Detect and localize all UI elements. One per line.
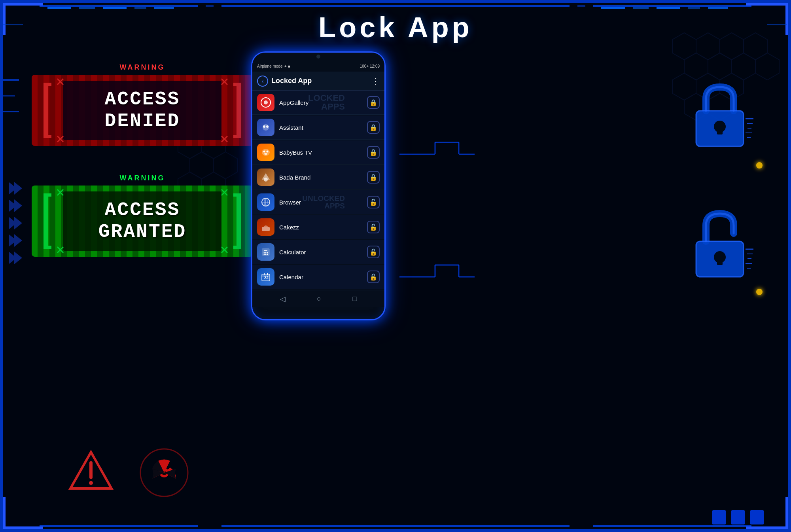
warning-label-granted: WARNING <box>32 174 253 182</box>
svg-rect-28 <box>134 7 146 9</box>
svg-marker-38 <box>744 33 767 60</box>
svg-marker-54 <box>14 182 22 195</box>
lock-button[interactable]: 🔓 <box>367 196 380 208</box>
phone-app-header: ‹ Locked App ⋮ <box>252 72 384 91</box>
access-denied-section: WARNING <box>32 63 253 146</box>
list-item[interactable]: Browser UNLOCKEDAPPS 🔓 <box>252 190 384 214</box>
svg-rect-9 <box>40 525 198 527</box>
svg-rect-20 <box>767 24 787 25</box>
phone-status-bar: Airplane mode ✈ ■ 100+ 12:09 <box>252 61 384 72</box>
svg-rect-105 <box>233 193 237 197</box>
svg-point-117 <box>89 481 93 485</box>
svg-marker-62 <box>14 252 22 264</box>
locked-padlock-icon <box>684 79 755 150</box>
page-title: Lock App <box>318 11 472 44</box>
svg-rect-25 <box>47 7 71 9</box>
svg-rect-75 <box>731 510 745 524</box>
app-list: AppGallery LOCKEDAPPS 🔒 Assistant 🔒 Baby… <box>252 91 384 290</box>
svg-point-127 <box>263 151 265 153</box>
svg-rect-1 <box>0 529 791 532</box>
svg-rect-22 <box>3 497 6 529</box>
svg-rect-13 <box>3 95 15 97</box>
svg-rect-32 <box>657 7 680 9</box>
svg-point-131 <box>264 178 268 182</box>
access-denied-line2: DENIED <box>105 110 180 132</box>
svg-rect-2 <box>0 0 3 532</box>
app-name: Cakezz <box>279 224 367 231</box>
app-icon-assistant <box>257 119 274 136</box>
svg-rect-15 <box>3 3 43 6</box>
list-item[interactable]: AppGallery LOCKEDAPPS 🔒 <box>252 91 384 115</box>
svg-rect-3 <box>788 0 791 532</box>
lock-button[interactable]: 🔓 <box>367 246 380 258</box>
lock-button[interactable]: 🔒 <box>367 171 380 184</box>
lock-button[interactable]: 🔒 <box>367 146 380 159</box>
svg-rect-87 <box>233 83 237 86</box>
phone-nav-bar: ◁ ○ □ <box>252 290 384 307</box>
svg-rect-74 <box>712 510 726 524</box>
svg-point-141 <box>267 252 268 254</box>
app-name: Calculator <box>279 249 367 256</box>
svg-point-144 <box>267 254 268 255</box>
svg-marker-39 <box>684 53 708 80</box>
list-item[interactable]: Cakezz 🔓 <box>252 215 384 239</box>
svg-rect-102 <box>48 193 51 197</box>
access-denied-box: ACCESS DENIED <box>32 75 253 146</box>
svg-point-129 <box>264 153 267 155</box>
unlocked-watermark: UNLOCKEDAPPS <box>302 195 345 210</box>
svg-marker-55 <box>9 182 17 195</box>
svg-rect-33 <box>688 7 700 9</box>
svg-rect-21 <box>3 526 43 529</box>
list-item[interactable]: Bada Brand 🔒 <box>252 165 384 189</box>
radiation-icon <box>138 447 190 498</box>
list-item[interactable]: Calculator 🔓 <box>252 240 384 264</box>
svg-rect-26 <box>79 7 95 9</box>
warning-label-denied: WARNING <box>32 63 253 72</box>
access-granted-line1: ACCESS <box>98 199 187 221</box>
app-name: Assistant <box>279 124 367 131</box>
more-options-button[interactable]: ⋮ <box>372 76 380 86</box>
lock-button[interactable]: 🔓 <box>367 221 380 233</box>
svg-rect-86 <box>237 83 241 138</box>
app-icon-calculator <box>257 243 274 261</box>
back-button[interactable]: ‹ <box>257 76 268 87</box>
svg-rect-104 <box>237 193 241 249</box>
indicator-dot-1 <box>756 162 763 168</box>
phone-frame: Airplane mode ✈ ■ 100+ 12:09 ‹ Locked Ap… <box>251 51 386 320</box>
back-nav-button[interactable]: ◁ <box>280 295 286 303</box>
app-name: Bada Brand <box>279 174 367 181</box>
svg-rect-14 <box>3 111 19 112</box>
svg-point-128 <box>267 151 269 153</box>
svg-marker-56 <box>14 199 22 212</box>
svg-rect-11 <box>593 525 751 527</box>
svg-marker-40 <box>708 53 732 80</box>
svg-marker-41 <box>732 53 755 80</box>
list-item[interactable]: Assistant 🔒 <box>252 115 384 140</box>
access-granted-line2: GRANTED <box>98 221 187 243</box>
list-item[interactable]: BabyBus TV 🔒 <box>252 140 384 165</box>
svg-marker-59 <box>9 217 17 229</box>
svg-rect-161 <box>717 257 723 265</box>
status-bar-right: 100+ 12:09 <box>360 64 380 68</box>
lock-button[interactable]: 🔒 <box>367 121 380 134</box>
svg-marker-57 <box>9 199 17 212</box>
phone-top-area <box>252 53 384 61</box>
app-name: BabyBus TV <box>279 149 367 156</box>
svg-rect-12 <box>3 79 19 81</box>
svg-marker-36 <box>696 33 720 60</box>
list-item[interactable]: 31 Calendar 🔓 <box>252 265 384 289</box>
app-name: Calendar <box>279 274 367 280</box>
svg-rect-27 <box>103 7 127 9</box>
svg-marker-61 <box>9 234 17 247</box>
camera-dot <box>316 55 320 59</box>
lock-button[interactable]: 🔓 <box>367 271 380 283</box>
svg-rect-6 <box>221 5 570 7</box>
home-nav-button[interactable]: ○ <box>317 295 321 303</box>
svg-rect-23 <box>746 526 788 529</box>
app-icon-cakezz <box>257 218 274 236</box>
svg-point-125 <box>266 125 269 128</box>
svg-rect-106 <box>233 246 237 249</box>
recent-nav-button[interactable]: □ <box>352 295 357 303</box>
svg-rect-30 <box>601 7 625 9</box>
lock-button[interactable]: 🔒 <box>367 96 380 109</box>
